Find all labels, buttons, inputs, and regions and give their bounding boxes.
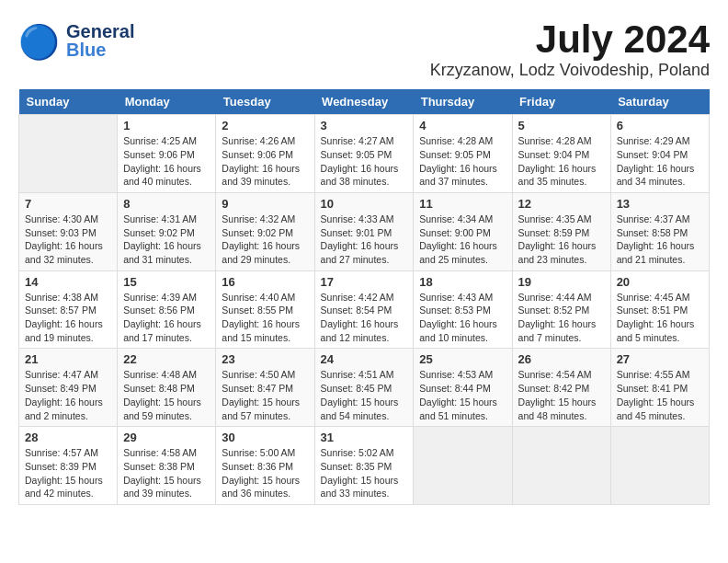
day-cell: 12Sunrise: 4:35 AMSunset: 8:59 PMDayligh…	[512, 192, 610, 270]
weekday-header-tuesday: Tuesday	[216, 89, 314, 115]
location: Krzyzanow, Lodz Voivodeship, Poland	[430, 61, 710, 80]
day-info: Sunrise: 4:32 AMSunset: 9:02 PMDaylight:…	[222, 213, 308, 267]
page-header: 🔵 General Blue July 2024 Krzyzanow, Lodz…	[18, 18, 710, 80]
day-cell: 29Sunrise: 4:58 AMSunset: 8:38 PMDayligh…	[118, 427, 216, 505]
day-number: 31	[321, 431, 408, 444]
day-number: 28	[25, 431, 111, 444]
day-info: Sunrise: 4:30 AMSunset: 9:03 PMDaylight:…	[25, 213, 111, 267]
day-cell: 14Sunrise: 4:38 AMSunset: 8:57 PMDayligh…	[19, 270, 118, 349]
day-number: 14	[25, 275, 111, 289]
day-number: 13	[617, 197, 703, 211]
day-info: Sunrise: 4:31 AMSunset: 9:02 PMDaylight:…	[123, 213, 210, 267]
day-number: 2	[222, 119, 308, 132]
day-cell: 7Sunrise: 4:30 AMSunset: 9:03 PMDaylight…	[19, 192, 118, 270]
day-info: Sunrise: 4:39 AMSunset: 8:56 PMDaylight:…	[123, 291, 210, 345]
week-row-1: 1Sunrise: 4:25 AMSunset: 9:06 PMDaylight…	[19, 115, 710, 193]
week-row-5: 28Sunrise: 4:57 AMSunset: 8:39 PMDayligh…	[19, 427, 710, 505]
logo-general: General	[66, 22, 134, 40]
day-cell: 28Sunrise: 4:57 AMSunset: 8:39 PMDayligh…	[19, 427, 118, 505]
day-number: 27	[617, 352, 703, 366]
day-cell: 24Sunrise: 4:51 AMSunset: 8:45 PMDayligh…	[314, 349, 414, 427]
weekday-header-sunday: Sunday	[19, 89, 118, 115]
logo: 🔵 General Blue	[18, 18, 134, 63]
day-number: 4	[419, 119, 506, 132]
day-number: 18	[419, 275, 506, 289]
logo-text: General Blue	[66, 22, 134, 59]
day-cell: 3Sunrise: 4:27 AMSunset: 9:05 PMDaylight…	[314, 115, 414, 193]
day-cell: 21Sunrise: 4:47 AMSunset: 8:49 PMDayligh…	[19, 349, 118, 427]
day-number: 21	[25, 352, 111, 366]
weekday-header-row: SundayMondayTuesdayWednesdayThursdayFrid…	[19, 89, 710, 115]
day-cell	[610, 427, 709, 505]
day-info: Sunrise: 5:02 AMSunset: 8:35 PMDaylight:…	[321, 446, 408, 500]
day-cell: 27Sunrise: 4:55 AMSunset: 8:41 PMDayligh…	[610, 349, 709, 427]
day-cell: 16Sunrise: 4:40 AMSunset: 8:55 PMDayligh…	[216, 270, 314, 349]
day-cell: 15Sunrise: 4:39 AMSunset: 8:56 PMDayligh…	[118, 270, 216, 349]
week-row-4: 21Sunrise: 4:47 AMSunset: 8:49 PMDayligh…	[19, 349, 710, 427]
logo-blue: Blue	[66, 40, 134, 59]
day-number: 15	[123, 275, 210, 289]
day-cell: 26Sunrise: 4:54 AMSunset: 8:42 PMDayligh…	[512, 349, 610, 427]
weekday-header-saturday: Saturday	[610, 89, 709, 115]
day-info: Sunrise: 5:00 AMSunset: 8:36 PMDaylight:…	[222, 446, 308, 500]
day-number: 19	[518, 275, 605, 289]
day-cell: 31Sunrise: 5:02 AMSunset: 8:35 PMDayligh…	[314, 427, 414, 505]
day-number: 20	[617, 275, 703, 289]
day-info: Sunrise: 4:33 AMSunset: 9:01 PMDaylight:…	[321, 213, 408, 267]
weekday-header-thursday: Thursday	[414, 89, 512, 115]
logo-icon: 🔵	[18, 18, 63, 63]
day-number: 30	[222, 431, 308, 444]
day-info: Sunrise: 4:38 AMSunset: 8:57 PMDaylight:…	[25, 291, 111, 345]
day-info: Sunrise: 4:25 AMSunset: 9:06 PMDaylight:…	[123, 134, 210, 189]
day-info: Sunrise: 4:45 AMSunset: 8:51 PMDaylight:…	[617, 291, 703, 345]
week-row-2: 7Sunrise: 4:30 AMSunset: 9:03 PMDaylight…	[19, 192, 710, 270]
day-info: Sunrise: 4:40 AMSunset: 8:55 PMDaylight:…	[222, 291, 308, 345]
week-row-3: 14Sunrise: 4:38 AMSunset: 8:57 PMDayligh…	[19, 270, 710, 349]
day-number: 17	[321, 275, 408, 289]
day-cell: 13Sunrise: 4:37 AMSunset: 8:58 PMDayligh…	[610, 192, 709, 270]
day-number: 29	[123, 431, 210, 444]
day-cell	[19, 115, 118, 193]
svg-text:🔵: 🔵	[18, 22, 60, 62]
month-title: July 2024	[430, 18, 710, 61]
day-info: Sunrise: 4:27 AMSunset: 9:05 PMDaylight:…	[321, 134, 408, 189]
day-number: 22	[123, 352, 210, 366]
day-number: 10	[321, 197, 408, 211]
day-cell: 5Sunrise: 4:28 AMSunset: 9:04 PMDaylight…	[512, 115, 610, 193]
day-number: 1	[123, 119, 210, 132]
day-cell: 23Sunrise: 4:50 AMSunset: 8:47 PMDayligh…	[216, 349, 314, 427]
day-number: 7	[25, 197, 111, 211]
day-cell: 22Sunrise: 4:48 AMSunset: 8:48 PMDayligh…	[118, 349, 216, 427]
day-cell	[512, 427, 610, 505]
day-number: 12	[518, 197, 605, 211]
day-cell: 9Sunrise: 4:32 AMSunset: 9:02 PMDaylight…	[216, 192, 314, 270]
day-info: Sunrise: 4:54 AMSunset: 8:42 PMDaylight:…	[518, 368, 605, 422]
day-cell: 19Sunrise: 4:44 AMSunset: 8:52 PMDayligh…	[512, 270, 610, 349]
day-cell: 18Sunrise: 4:43 AMSunset: 8:53 PMDayligh…	[414, 270, 512, 349]
day-info: Sunrise: 4:48 AMSunset: 8:48 PMDaylight:…	[123, 368, 210, 422]
day-number: 24	[321, 352, 408, 366]
day-info: Sunrise: 4:53 AMSunset: 8:44 PMDaylight:…	[419, 368, 506, 422]
day-number: 26	[518, 352, 605, 366]
day-info: Sunrise: 4:51 AMSunset: 8:45 PMDaylight:…	[321, 368, 408, 422]
day-cell: 1Sunrise: 4:25 AMSunset: 9:06 PMDaylight…	[118, 115, 216, 193]
day-cell: 8Sunrise: 4:31 AMSunset: 9:02 PMDaylight…	[118, 192, 216, 270]
day-number: 6	[617, 119, 703, 132]
day-info: Sunrise: 4:47 AMSunset: 8:49 PMDaylight:…	[25, 368, 111, 422]
day-info: Sunrise: 4:44 AMSunset: 8:52 PMDaylight:…	[518, 291, 605, 345]
day-number: 8	[123, 197, 210, 211]
day-cell: 4Sunrise: 4:28 AMSunset: 9:05 PMDaylight…	[414, 115, 512, 193]
day-info: Sunrise: 4:55 AMSunset: 8:41 PMDaylight:…	[617, 368, 703, 422]
day-cell: 10Sunrise: 4:33 AMSunset: 9:01 PMDayligh…	[314, 192, 414, 270]
weekday-header-friday: Friday	[512, 89, 610, 115]
day-info: Sunrise: 4:57 AMSunset: 8:39 PMDaylight:…	[25, 446, 111, 500]
day-info: Sunrise: 4:29 AMSunset: 9:04 PMDaylight:…	[617, 134, 703, 189]
weekday-header-monday: Monday	[118, 89, 216, 115]
day-number: 3	[321, 119, 408, 132]
day-number: 5	[518, 119, 605, 132]
calendar-table: SundayMondayTuesdayWednesdayThursdayFrid…	[18, 89, 710, 505]
day-cell: 2Sunrise: 4:26 AMSunset: 9:06 PMDaylight…	[216, 115, 314, 193]
weekday-header-wednesday: Wednesday	[314, 89, 414, 115]
day-info: Sunrise: 4:50 AMSunset: 8:47 PMDaylight:…	[222, 368, 308, 422]
day-info: Sunrise: 4:35 AMSunset: 8:59 PMDaylight:…	[518, 213, 605, 267]
